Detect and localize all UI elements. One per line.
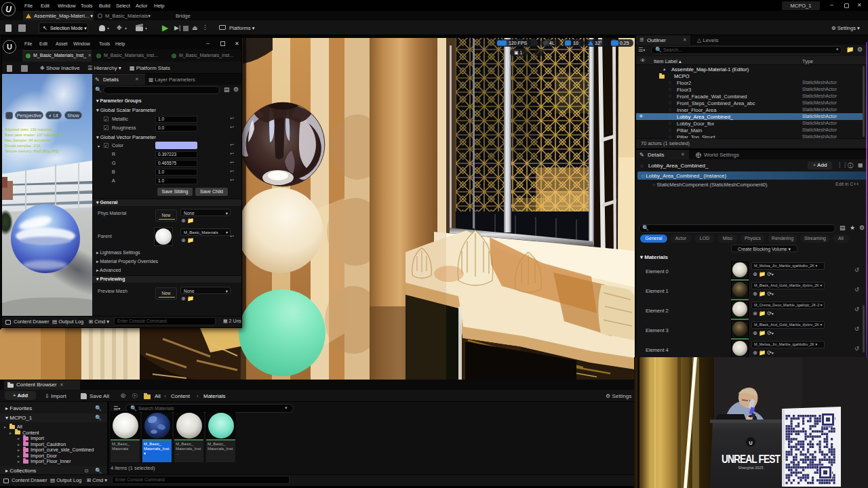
svg-text:10: 10 (573, 41, 578, 45)
svg-text:4L: 4L (549, 41, 555, 45)
svg-text:120 FPS: 120 FPS (509, 41, 528, 45)
svg-text:Shanghai 2025: Shanghai 2025 (738, 466, 763, 470)
svg-text:UNREAL FEST: UNREAL FEST (722, 453, 781, 466)
svg-text:▣ 1: ▣ 1 (514, 50, 523, 55)
svg-text:32°: 32° (595, 41, 602, 45)
svg-text:0.25: 0.25 (620, 41, 629, 45)
svg-text:U: U (749, 441, 752, 445)
